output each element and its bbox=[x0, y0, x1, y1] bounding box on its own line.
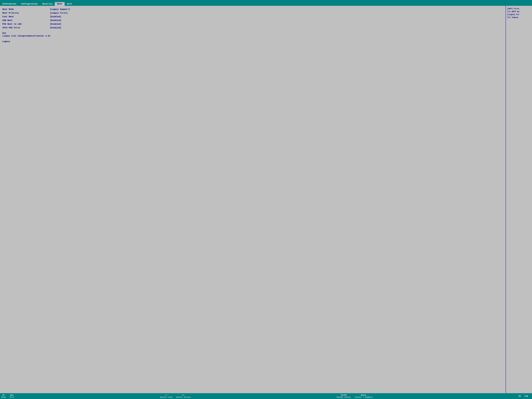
setting-label: Boot Mode bbox=[2, 8, 50, 11]
setting-label: IPV4 PXE First bbox=[2, 27, 50, 29]
footer-item: EscExit bbox=[10, 394, 14, 398]
footer-key: +/→ bbox=[182, 394, 185, 396]
setting-row[interactable]: Boot Priority[Legacy First] bbox=[2, 12, 503, 15]
setting-value: [Legacy First] bbox=[50, 12, 68, 14]
footer-key: F10 bbox=[525, 395, 528, 397]
setting-value: [Enabled] bbox=[50, 16, 61, 18]
right-panel: [UEFI FirstTry UEFI bo[Legacy FirTry leg… bbox=[506, 6, 532, 393]
setting-row[interactable]: USB Boot[Enabled] bbox=[2, 19, 503, 23]
footer-item: F5/F6Change Values bbox=[336, 394, 351, 398]
hint-line: [UEFI First bbox=[507, 8, 531, 10]
footer-left: F1HelpEscExit bbox=[1, 394, 14, 398]
footer-key: F5/F6 bbox=[341, 394, 347, 396]
setting-row[interactable]: PXE Boot to LAN[Enabled] bbox=[2, 23, 503, 26]
footer-key: ↑/↓ bbox=[165, 394, 168, 396]
hint-line: [Legacy Fir bbox=[507, 13, 531, 16]
footer-action: Exit bbox=[10, 396, 14, 398]
nav-item-security[interactable]: Security bbox=[40, 2, 55, 6]
nav-item-information[interactable]: Information bbox=[0, 2, 19, 6]
hint-line: Try legacy bbox=[507, 16, 531, 19]
footer-center: ↑/↓Select Item+/→Select Screen bbox=[160, 394, 191, 398]
footer-action: Select Screen bbox=[176, 396, 190, 398]
footer-key: F9 bbox=[519, 395, 521, 397]
setting-value: [Enabled] bbox=[50, 19, 61, 22]
nav-item-exit[interactable]: Exit bbox=[65, 2, 74, 6]
setting-label: Boot Priority bbox=[2, 12, 50, 14]
footer-far-right: F9F10 bbox=[519, 395, 528, 397]
footer-action: Select Item bbox=[160, 396, 172, 398]
footer-key: F1 bbox=[2, 394, 5, 396]
footer-key: Esc bbox=[10, 394, 14, 396]
section-spacer bbox=[2, 30, 503, 32]
section-item[interactable]: Linpus lite (KingstonDataTraveler 2.0) bbox=[2, 35, 503, 38]
setting-value: [Legacy Support] bbox=[50, 8, 70, 11]
nav-item-configuration[interactable]: Configuration bbox=[19, 2, 40, 6]
section-header: Legacy bbox=[2, 40, 503, 43]
footer-action: Help bbox=[1, 396, 6, 398]
setting-label: PXE Boot to LAN bbox=[2, 23, 50, 25]
setting-row[interactable]: Fast Boot[Enabled] bbox=[2, 16, 503, 19]
footer-key: Enter bbox=[361, 394, 367, 396]
section-spacer bbox=[2, 38, 503, 40]
setting-label: USB Boot bbox=[2, 19, 50, 22]
setting-label: Fast Boot bbox=[2, 16, 50, 18]
main-area: Boot Mode[Legacy Support]Boot Priority[L… bbox=[0, 6, 532, 393]
nav-item-boot[interactable]: Boot bbox=[55, 2, 64, 6]
footer-item: F10 bbox=[525, 395, 528, 397]
footer-right: F5/F6Change ValuesEnterSelect > SubMenu bbox=[336, 394, 373, 398]
nav-bar: InformationConfigurationSecurityBootExit bbox=[0, 2, 532, 6]
footer-item: F9 bbox=[519, 395, 521, 397]
footer-item: +/→Select Screen bbox=[176, 394, 190, 398]
footer-action: Select > SubMenu bbox=[355, 396, 373, 398]
section-item-label: Linpus lite (KingstonDataTraveler 2.0) bbox=[2, 35, 51, 37]
setting-row[interactable]: Boot Mode[Legacy Support] bbox=[2, 8, 503, 12]
footer-item: ↑/↓Select Item bbox=[160, 394, 172, 398]
footer-item: F1Help bbox=[1, 394, 6, 398]
setting-value: [Enabled] bbox=[50, 27, 61, 29]
setting-row[interactable]: IPV4 PXE First[Enabled] bbox=[2, 27, 503, 30]
section-header: EFI bbox=[2, 32, 503, 35]
footer-bar: F1HelpEscExit ↑/↓Select Item+/→Select Sc… bbox=[0, 393, 532, 399]
left-panel: Boot Mode[Legacy Support]Boot Priority[L… bbox=[0, 6, 506, 393]
hint-line: Try UEFI bo bbox=[507, 11, 531, 13]
title-bar bbox=[0, 0, 532, 2]
setting-value: [Enabled] bbox=[50, 23, 61, 25]
footer-action: Change Values bbox=[336, 396, 351, 398]
footer-item: EnterSelect > SubMenu bbox=[355, 394, 373, 398]
